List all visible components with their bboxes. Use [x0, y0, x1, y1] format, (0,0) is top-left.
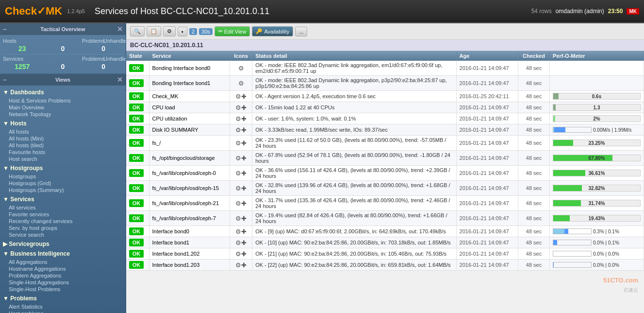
sidebar-item-alert-statistics[interactable]: Alert Statistics [3, 303, 123, 310]
service-name-cell[interactable]: Bonding Interface bond0 [149, 61, 230, 76]
icons-cell[interactable]: ⚙✚ [230, 237, 252, 248]
service-name-cell[interactable]: Interface bond1 [149, 237, 230, 248]
service-add-icon[interactable]: ✚ [241, 185, 247, 192]
icons-cell[interactable]: ⚙✚ [230, 113, 252, 124]
table-row[interactable]: OKfs_/var/lib/ceph/osd/ceph-0⚙✚OK - 36.6… [126, 166, 644, 181]
hosts-count[interactable]: 23 [3, 45, 42, 52]
service-name-cell[interactable]: CPU utilization [149, 113, 230, 124]
dashboards-section[interactable]: ▼ Dashboards [3, 87, 123, 97]
table-row[interactable]: OKfs_/⚙✚OK - 23.3% used (11.62 of 50.0 G… [126, 136, 644, 151]
hosts-problems-count[interactable]: 0 [44, 45, 83, 52]
service-name-cell[interactable]: CPU load [149, 102, 230, 113]
services-problems-count[interactable]: 0 [44, 63, 83, 70]
service-name-cell[interactable]: fs_/var/lib/ceph/osd/ceph-21 [149, 196, 230, 211]
services-unhandled-count[interactable]: 0 [84, 63, 123, 70]
icons-cell[interactable]: ⚙✚ [230, 260, 252, 271]
col-service[interactable]: Service [149, 51, 230, 61]
icons-cell[interactable]: ⚙ [230, 76, 252, 91]
panel-minimize-icon[interactable]: – [3, 25, 7, 33]
graph-button[interactable]: 📋 [147, 26, 161, 36]
user-info[interactable]: omdadmin (admin) [556, 8, 604, 15]
sidebar-item-service-search[interactable]: Service search [3, 231, 123, 238]
service-name-cell[interactable]: Disk IO SUMMARY [149, 124, 230, 136]
more-button[interactable]: ... [295, 27, 307, 36]
service-name-cell[interactable]: fs_/var/lib/ceph/osd/ceph-7 [149, 211, 230, 226]
table-row[interactable]: OKCheck_MK⚙✚OK - Agent version 1.2.4p5, … [126, 91, 644, 102]
table-row[interactable]: OKInterface bond1⚙✚OK - [10] (up) MAC: 9… [126, 237, 644, 248]
zoom-button[interactable]: 🔍 [130, 26, 145, 36]
service-gear-icon[interactable]: ⚙ [235, 261, 241, 269]
table-row[interactable]: OKfs_/var/lib/ceph/osd/ceph-15⚙✚OK - 32.… [126, 181, 644, 196]
sidebar-item-host-search[interactable]: Host search [3, 156, 123, 162]
service-name-cell[interactable]: fs_/var/lib/ceph/osd/ceph-0 [149, 166, 230, 181]
views-close-icon[interactable]: ✕ [117, 76, 123, 84]
service-gear-icon[interactable]: ⚙ [235, 126, 241, 134]
sidebar-item-problem-aggregations[interactable]: Problem Aggregations [3, 272, 123, 279]
edit-view-button[interactable]: ✏ Edit View [215, 26, 250, 36]
service-name-cell[interactable]: Interface bond1.202 [149, 248, 230, 260]
hosts-section[interactable]: ▼ Hosts [3, 119, 123, 128]
service-gear-icon[interactable]: ⚙ [235, 104, 241, 111]
sidebar-item-single-host-agg[interactable]: Single-Host Aggregations [3, 279, 123, 286]
service-add-icon[interactable]: ✚ [241, 126, 247, 134]
icons-cell[interactable]: ⚙✚ [230, 102, 252, 113]
service-gear-icon[interactable]: ⚙ [238, 80, 244, 87]
service-add-icon[interactable]: ✚ [241, 115, 247, 122]
table-row[interactable]: OKBonding Interface bond1⚙OK - mode: IEE… [126, 76, 644, 91]
table-row[interactable]: OKfs_/opt/bingocloud/storage⚙✚OK - 67.8%… [126, 151, 644, 166]
sidebar-item-all-aggregations[interactable]: All Aggregations [3, 259, 123, 265]
sidebar-item-all-hosts-mini[interactable]: All hosts (Mini) [3, 135, 123, 142]
icons-cell[interactable]: ⚙✚ [230, 226, 252, 237]
service-add-icon[interactable]: ✚ [241, 93, 247, 100]
hosts-unhandled-count[interactable]: 0 [84, 45, 123, 52]
service-add-icon[interactable]: ✚ [241, 261, 247, 269]
table-row[interactable]: OKCPU utilization⚙✚OK - user: 1.6%, syst… [126, 113, 644, 124]
service-add-icon[interactable]: ✚ [241, 228, 247, 235]
host-breadcrumb[interactable]: BC-CLC-NC01_10.201.0.11 [126, 40, 644, 51]
sidebar-item-hostname-aggregations[interactable]: Hostname Aggregations [3, 265, 123, 272]
col-age[interactable]: Age [456, 51, 518, 61]
services-count[interactable]: 1257 [3, 63, 42, 70]
table-row[interactable]: OKInterface bond1.202⚙✚OK - [21] (up) MA… [126, 248, 644, 260]
service-add-icon[interactable]: ✚ [241, 170, 247, 177]
logo[interactable]: Check✓MK [5, 5, 62, 17]
problems-section[interactable]: ▼ Problems [3, 294, 123, 303]
service-add-icon[interactable]: ✚ [241, 139, 247, 147]
sidebar-item-host-problems[interactable]: Host problems [3, 310, 123, 313]
col-status-detail[interactable]: Status detail [252, 51, 456, 61]
icons-cell[interactable]: ⚙✚ [230, 211, 252, 226]
service-gear-icon[interactable]: ⚙ [235, 185, 241, 192]
sidebar-item-host-services-problems[interactable]: Host & Services Problems [3, 97, 123, 104]
sidebar-item-recently-changed[interactable]: Recently changed services [3, 218, 123, 225]
service-name-cell[interactable]: fs_/var/lib/ceph/osd/ceph-15 [149, 181, 230, 196]
views-panel-header[interactable]: – Views ✕ [0, 74, 126, 86]
service-add-icon[interactable]: ✚ [241, 104, 247, 111]
service-add-icon[interactable]: ✚ [241, 239, 247, 246]
servicegroups-section[interactable]: ▶ Servicegroups [3, 239, 123, 249]
service-gear-icon[interactable]: ⚙ [235, 155, 241, 162]
service-add-icon[interactable]: ✚ [241, 250, 247, 258]
table-row[interactable]: OKInterface bond1.203⚙✚OK - [22] (up) MA… [126, 260, 644, 271]
services-section[interactable]: ▼ Services [3, 194, 123, 204]
service-name-cell[interactable]: fs_/ [149, 136, 230, 151]
icons-cell[interactable]: ⚙✚ [230, 124, 252, 136]
icons-cell[interactable]: ⚙✚ [230, 136, 252, 151]
service-gear-icon[interactable]: ⚙ [235, 215, 241, 222]
sidebar-item-single-host-problems[interactable]: Single-Host Problems [3, 286, 123, 293]
hostgroups-section[interactable]: ▼ Hostgroups [3, 163, 123, 173]
service-gear-icon[interactable]: ⚙ [235, 93, 241, 100]
service-name-cell[interactable]: Check_MK [149, 91, 230, 102]
sidebar-item-hostgroups[interactable]: Hostgroups [3, 173, 123, 180]
sidebar-item-all-services[interactable]: All services [3, 204, 123, 211]
sidebar-item-hostgroups-summary[interactable]: Hostgroups (Summary) [3, 187, 123, 193]
display-button[interactable]: ▪ [178, 27, 187, 36]
service-name-cell[interactable]: Interface bond0 [149, 226, 230, 237]
service-gear-icon[interactable]: ⚙ [235, 200, 241, 207]
sidebar-item-main-overview[interactable]: Main Overview [3, 104, 123, 111]
service-name-cell[interactable]: fs_/opt/bingocloud/storage [149, 151, 230, 166]
table-row[interactable]: OKInterface bond0⚙✚OK - [9] (up) MAC: d0… [126, 226, 644, 237]
service-gear-icon[interactable]: ⚙ [238, 65, 244, 72]
table-row[interactable]: OKDisk IO SUMMARY⚙✚OK - 3.33kB/sec read,… [126, 124, 644, 136]
panel-close-icon[interactable]: ✕ [117, 25, 123, 33]
col-state[interactable]: State [126, 51, 149, 61]
